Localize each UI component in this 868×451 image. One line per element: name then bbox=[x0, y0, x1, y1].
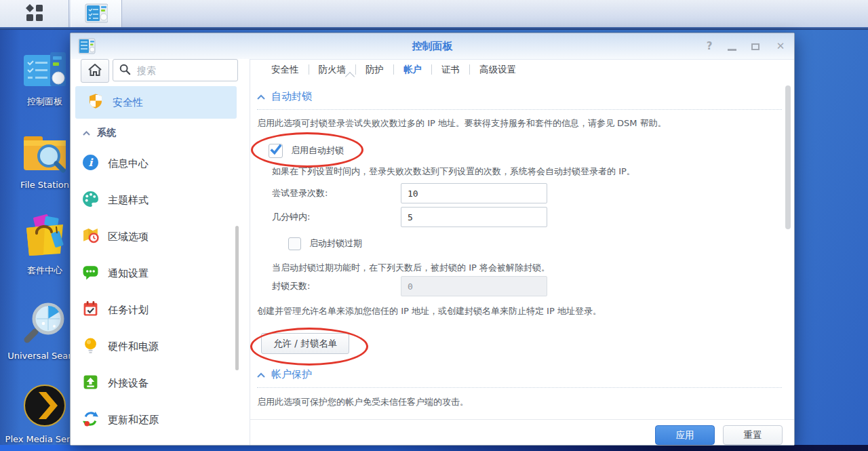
desktop-icon-label: File Station bbox=[20, 180, 69, 190]
sidebar-item-regional-options[interactable]: 区域选项 bbox=[71, 218, 250, 255]
unblock-days-input bbox=[401, 276, 547, 296]
shield-icon bbox=[87, 93, 104, 112]
app-launcher-icon bbox=[25, 3, 43, 24]
within-minutes-input[interactable] bbox=[401, 207, 547, 227]
control-panel-icon bbox=[23, 50, 66, 92]
sidebar-scrollbar[interactable] bbox=[235, 226, 239, 370]
taskbar bbox=[0, 0, 868, 27]
content-scrollbar[interactable] bbox=[785, 85, 791, 229]
desktop-icon-label: 控制面板 bbox=[27, 96, 62, 108]
content-pane: 安全性 防火墙 防护 帐户 证书 高级设置 自动封锁 启用此选项可封锁登录尝试失… bbox=[250, 59, 794, 445]
tab-advanced-settings[interactable]: 高级设置 bbox=[470, 60, 526, 78]
speech-bubble-icon bbox=[82, 264, 99, 283]
window-titlebar[interactable]: 控制面板 ? ✕ bbox=[71, 33, 794, 60]
desktop-wallpaper-bottom-edge bbox=[0, 445, 868, 451]
unblock-days-label: 封锁天数: bbox=[272, 276, 310, 296]
apply-button[interactable]: 应用 bbox=[655, 425, 715, 445]
taskbar-control-panel-button[interactable] bbox=[71, 0, 122, 27]
plex-icon bbox=[23, 384, 66, 430]
file-station-icon bbox=[23, 131, 66, 176]
tab-account[interactable]: 帐户 bbox=[394, 60, 431, 78]
search-input[interactable] bbox=[136, 64, 220, 77]
sidebar-item-notification-settings[interactable]: 通知设置 bbox=[71, 255, 250, 292]
eject-device-icon bbox=[82, 374, 99, 393]
screen: 控制面板 File Station 套件中心 bbox=[0, 0, 868, 451]
search-icon bbox=[119, 63, 131, 78]
info-icon: i bbox=[82, 154, 99, 174]
tab-bar: 安全性 防火墙 防护 帐户 证书 高级设置 bbox=[262, 60, 526, 78]
universal-search-icon bbox=[23, 300, 66, 347]
home-button[interactable] bbox=[81, 59, 109, 83]
desktop-icon-label: 套件中心 bbox=[27, 264, 62, 277]
home-icon bbox=[87, 63, 102, 79]
sidebar-item-update-restore[interactable]: 更新和还原 bbox=[71, 401, 250, 438]
within-minutes-label: 几分钟内: bbox=[272, 207, 310, 227]
account-protection-description: 启用此选项可保护您的帐户免受未信任客户端的攻击。 bbox=[257, 396, 469, 408]
tab-certificate[interactable]: 证书 bbox=[432, 60, 469, 78]
main-menu-button[interactable] bbox=[0, 0, 69, 27]
collapse-icon bbox=[257, 372, 265, 378]
sidebar-item-hardware-power[interactable]: 硬件和电源 bbox=[71, 328, 250, 365]
block-expiration-description: 当启动封锁过期功能时，在下列天数后，被封锁的 IP 将会被解除封锁。 bbox=[272, 262, 550, 274]
sidebar-item-label: 安全性 bbox=[113, 96, 143, 109]
allow-block-list-description: 创建并管理允许名单来添加您信任的 IP 地址，或创建封锁名单来防止特定 IP 地… bbox=[257, 305, 601, 317]
minimize-icon[interactable] bbox=[728, 42, 738, 51]
auto-block-description: 启用此选项可封锁登录尝试失败次数过多的 IP 地址。要获得支持服务和套件的信息，… bbox=[257, 117, 667, 130]
sidebar-item-info-center[interactable]: i 信息中心 bbox=[71, 145, 250, 182]
tab-security[interactable]: 安全性 bbox=[262, 60, 309, 78]
checkbox-unchecked[interactable] bbox=[288, 237, 301, 250]
map-clock-icon bbox=[82, 227, 99, 247]
sidebar-section-system[interactable]: 系统 bbox=[83, 127, 116, 139]
checkbox-label: 启动封锁过期 bbox=[309, 233, 362, 254]
palette-icon bbox=[82, 191, 99, 210]
window-title: 控制面板 bbox=[71, 40, 794, 53]
control-panel-icon bbox=[85, 2, 108, 26]
lightbulb-icon bbox=[82, 337, 99, 357]
sidebar-search[interactable] bbox=[113, 59, 238, 81]
taskbar-border bbox=[0, 27, 868, 30]
package-center-icon bbox=[23, 214, 66, 260]
login-attempts-input[interactable] bbox=[401, 183, 547, 203]
red-circle-annotation-allow-block-list bbox=[250, 328, 368, 366]
control-panel-window: 控制面板 ? ✕ bbox=[70, 33, 795, 446]
maximize-icon[interactable] bbox=[751, 42, 762, 50]
enable-block-expiration-row[interactable]: 启动封锁过期 bbox=[288, 233, 362, 254]
reset-button[interactable]: 重置 bbox=[723, 425, 783, 445]
sidebar-item-theme-style[interactable]: 主题样式 bbox=[71, 182, 250, 218]
help-icon[interactable]: ? bbox=[704, 40, 715, 52]
sidebar: 安全性 系统 i 信息中心 bbox=[71, 59, 250, 445]
login-attempts-label: 尝试登录次数: bbox=[272, 183, 328, 203]
collapse-icon bbox=[257, 94, 265, 100]
sidebar-item-external-devices[interactable]: 外接设备 bbox=[71, 365, 250, 401]
sidebar-item-security[interactable]: 安全性 bbox=[75, 86, 237, 119]
sidebar-section-label: 系统 bbox=[97, 127, 116, 139]
tab-protection[interactable]: 防护 bbox=[356, 60, 393, 78]
section-header-auto-block[interactable]: 自动封锁 bbox=[257, 90, 782, 110]
red-circle-annotation-enable-auto-block bbox=[251, 132, 363, 168]
calendar-check-icon bbox=[82, 300, 99, 320]
section-header-account-protection[interactable]: 帐户保护 bbox=[257, 368, 782, 388]
footer-bar: 应用 重置 bbox=[250, 419, 794, 445]
sidebar-item-task-scheduler[interactable]: 任务计划 bbox=[71, 292, 250, 328]
chevron-up-icon bbox=[83, 131, 90, 136]
close-icon[interactable]: ✕ bbox=[775, 40, 786, 52]
auto-block-condition-description: 如果在下列设置时间内，登录失败次数达到下列设置的次数，系统将会自动封锁登录者的 … bbox=[272, 165, 635, 178]
update-arrows-icon bbox=[82, 410, 99, 430]
